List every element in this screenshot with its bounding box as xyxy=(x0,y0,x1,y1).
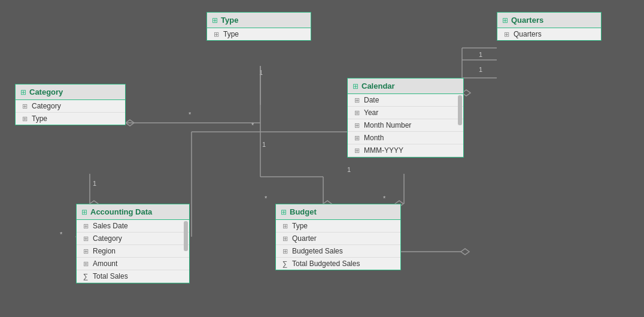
category-table-header: ⊞ Category xyxy=(16,84,125,100)
svg-text:*: * xyxy=(383,195,386,202)
quarters-table-header: ⊞ Quarters xyxy=(497,13,601,28)
field-grid-icon: ⊞ xyxy=(81,235,90,243)
field-grid-icon: ⊞ xyxy=(353,147,361,155)
budget-field-type[interactable]: ⊞ Type xyxy=(276,220,400,233)
field-grid-icon: ⊞ xyxy=(20,102,29,110)
svg-text:1: 1 xyxy=(347,166,351,173)
calendar-table-title: Calendar xyxy=(362,81,395,90)
field-grid-icon: ⊞ xyxy=(81,222,90,230)
field-grid-icon: ⊞ xyxy=(353,134,361,142)
table-grid-icon: ⊞ xyxy=(353,82,359,90)
calendar-field-month-number[interactable]: ⊞ Month Number xyxy=(348,119,463,132)
category-table-title: Category xyxy=(29,87,63,96)
accounting-field-sales-date[interactable]: ⊞ Sales Date xyxy=(77,220,189,233)
accounting-data-table-header: ⊞ Accounting Data xyxy=(77,204,189,220)
diagram-canvas: * 1 1 * 1 * * 1 1 1 * 1 xyxy=(0,0,644,317)
budget-field-budgeted-sales[interactable]: ⊞ Budgeted Sales xyxy=(276,245,400,258)
budget-table-title: Budget xyxy=(290,207,317,216)
category-table[interactable]: ⊞ Category ⊞ Category ⊞ Type xyxy=(15,84,126,125)
field-grid-icon: ⊞ xyxy=(353,96,361,104)
svg-text:1: 1 xyxy=(479,51,482,58)
accounting-field-region[interactable]: ⊞ Region xyxy=(77,245,189,258)
field-label: Amount xyxy=(93,259,117,268)
field-grid-icon: ⊞ xyxy=(212,31,220,38)
svg-text:*: * xyxy=(265,195,268,202)
accounting-data-table-body: ⊞ Sales Date ⊞ Category ⊞ Region ⊞ Amoun… xyxy=(77,220,189,283)
calendar-table-header: ⊞ Calendar xyxy=(348,79,463,94)
type-field-type[interactable]: ⊞ Type xyxy=(207,28,311,40)
accounting-field-total-sales[interactable]: ∑ Total Sales xyxy=(77,270,189,283)
field-label: Category xyxy=(32,102,61,110)
svg-text:1: 1 xyxy=(262,141,266,148)
field-grid-icon: ⊞ xyxy=(353,109,361,117)
field-grid-icon: ⊞ xyxy=(502,31,511,38)
field-label: Year xyxy=(364,108,378,117)
svg-text:*: * xyxy=(251,122,254,129)
accounting-data-table-title: Accounting Data xyxy=(90,207,152,216)
category-field-category[interactable]: ⊞ Category xyxy=(16,100,125,113)
budget-table[interactable]: ⊞ Budget ⊞ Type ⊞ Quarter ⊞ Budgeted Sal… xyxy=(275,204,401,270)
sigma-icon: ∑ xyxy=(81,272,90,280)
field-label: Total Budgeted Sales xyxy=(292,259,360,268)
calendar-table[interactable]: ⊞ Calendar ⊞ Date ⊞ Year ⊞ Month Number … xyxy=(347,78,464,158)
svg-text:*: * xyxy=(464,90,467,97)
calendar-field-month[interactable]: ⊞ Month xyxy=(348,132,463,144)
field-grid-icon: ⊞ xyxy=(20,115,29,123)
svg-text:1: 1 xyxy=(259,69,263,76)
field-grid-icon: ⊞ xyxy=(281,247,289,255)
field-label: Quarter xyxy=(292,234,317,243)
svg-text:1: 1 xyxy=(93,180,96,187)
field-label: Category xyxy=(93,234,122,243)
field-label: Date xyxy=(364,96,379,104)
field-label: Budgeted Sales xyxy=(292,247,343,255)
quarters-table-title: Quarters xyxy=(511,16,543,25)
category-table-body: ⊞ Category ⊞ Type xyxy=(16,100,125,125)
calendar-scrollbar[interactable] xyxy=(458,95,462,125)
field-label: MMM-YYYY xyxy=(364,146,403,155)
accounting-field-amount[interactable]: ⊞ Amount xyxy=(77,258,189,270)
calendar-field-mmm-yyyy[interactable]: ⊞ MMM-YYYY xyxy=(348,144,463,157)
svg-text:1: 1 xyxy=(479,66,482,73)
svg-text:*: * xyxy=(60,231,63,238)
field-label: Region xyxy=(93,247,116,255)
field-label: Month xyxy=(364,134,384,142)
svg-marker-35 xyxy=(461,249,469,255)
type-table-title: Type xyxy=(221,16,238,25)
budget-table-body: ⊞ Type ⊞ Quarter ⊞ Budgeted Sales ∑ Tota… xyxy=(276,220,400,270)
field-grid-icon: ⊞ xyxy=(81,260,90,268)
type-table-body: ⊞ Type xyxy=(207,28,311,40)
quarters-field-quarters[interactable]: ⊞ Quarters xyxy=(497,28,601,40)
table-grid-icon: ⊞ xyxy=(212,16,218,25)
table-grid-icon: ⊞ xyxy=(281,208,287,216)
table-grid-icon: ⊞ xyxy=(20,88,26,96)
field-label: Type xyxy=(292,222,308,230)
quarters-table[interactable]: ⊞ Quarters ⊞ Quarters xyxy=(497,12,602,41)
field-label: Total Sales xyxy=(93,272,128,280)
svg-text:*: * xyxy=(189,111,192,118)
quarters-table-body: ⊞ Quarters xyxy=(497,28,601,40)
field-grid-icon: ⊞ xyxy=(281,235,289,243)
field-label: Month Number xyxy=(364,121,411,129)
field-label: Type xyxy=(32,114,47,123)
budget-table-header: ⊞ Budget xyxy=(276,204,400,220)
sigma-icon: ∑ xyxy=(281,259,289,268)
accounting-data-table[interactable]: ⊞ Accounting Data ⊞ Sales Date ⊞ Categor… xyxy=(76,204,190,283)
table-grid-icon: ⊞ xyxy=(81,208,87,216)
calendar-field-date[interactable]: ⊞ Date xyxy=(348,94,463,107)
type-table-header: ⊞ Type xyxy=(207,13,311,28)
field-grid-icon: ⊞ xyxy=(81,247,90,255)
field-grid-icon: ⊞ xyxy=(281,222,289,230)
accounting-field-category[interactable]: ⊞ Category xyxy=(77,233,189,245)
field-label: Quarters xyxy=(514,30,542,38)
category-field-type[interactable]: ⊞ Type xyxy=(16,113,125,125)
field-grid-icon: ⊞ xyxy=(353,122,361,129)
budget-field-total-budgeted-sales[interactable]: ∑ Total Budgeted Sales xyxy=(276,258,400,270)
accounting-scrollbar[interactable] xyxy=(184,221,188,251)
calendar-table-body: ⊞ Date ⊞ Year ⊞ Month Number ⊞ Month ⊞ M… xyxy=(348,94,463,157)
field-label: Sales Date xyxy=(93,222,128,230)
type-table[interactable]: ⊞ Type ⊞ Type xyxy=(206,12,311,41)
calendar-field-year[interactable]: ⊞ Year xyxy=(348,107,463,119)
field-label: Type xyxy=(223,30,239,38)
svg-marker-4 xyxy=(126,120,134,126)
budget-field-quarter[interactable]: ⊞ Quarter xyxy=(276,233,400,245)
